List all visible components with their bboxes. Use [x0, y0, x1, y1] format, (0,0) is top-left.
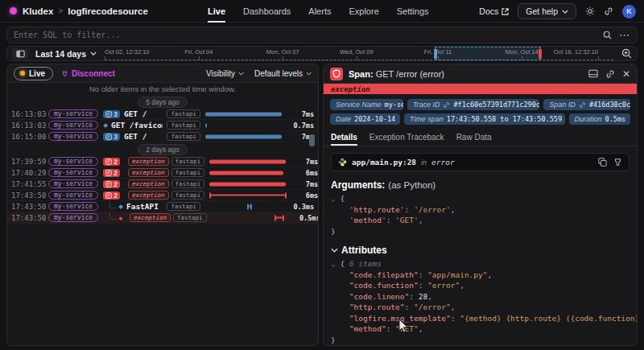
trace-row[interactable]: 17:43:50my-service2GET /errorexceptionfa…: [7, 190, 318, 201]
detail-tabs: DetailsException TracebackRaw Data: [324, 130, 637, 146]
detail-tab-details[interactable]: Details: [331, 130, 357, 146]
sql-filter-input[interactable]: [14, 31, 603, 39]
nav-tab-dashboards[interactable]: Dashboards: [243, 0, 291, 23]
service-pill[interactable]: my-service: [48, 202, 98, 211]
meta-pill-service-name[interactable]: Service Namemy-service: [330, 99, 403, 110]
time-divider-pill[interactable]: 2 days ago: [138, 144, 188, 155]
magnifier-plus-icon: [621, 48, 632, 59]
detail-tab-exception-traceback[interactable]: Exception Traceback: [369, 130, 444, 146]
trace-row[interactable]: 17:43:50my-service◆FastAPI argumentsfast…: [7, 201, 318, 212]
span-count-badge[interactable]: 3: [103, 110, 120, 118]
nav-tab-live[interactable]: Live: [208, 0, 225, 23]
share-link-button[interactable]: [604, 6, 613, 16]
zoom-in-button[interactable]: [621, 48, 632, 59]
nav-tab-alerts[interactable]: Alerts: [308, 0, 331, 23]
trace-rows: No older items in the selected time wind…: [7, 83, 318, 345]
time-divider-pill[interactable]: 5 days ago: [138, 97, 188, 108]
span-count-badge[interactable]: 2: [103, 191, 120, 200]
theme-toggle-button[interactable]: [585, 6, 595, 16]
attributes-heading[interactable]: Attributes: [331, 245, 630, 256]
timeline-tick-mark: [598, 56, 599, 60]
span-label: FastAPI arguments: [126, 202, 163, 211]
detail-content: app/main.py:28 in error Arguments: (as P…: [324, 146, 637, 345]
span-count-badge[interactable]: 2: [103, 169, 120, 177]
timeline-tick-mark: [522, 56, 522, 60]
close-icon[interactable]: ✕: [622, 70, 630, 78]
nav-right-group: Docs Get help K: [479, 0, 636, 23]
trace-list-header: Live Disconnect Visibility Default level…: [7, 64, 318, 83]
trace-row[interactable]: 17:43:50my-service●GET /error (error)exc…: [7, 212, 318, 224]
service-pill[interactable]: my-service: [48, 179, 98, 188]
tag-exception: exception: [128, 157, 169, 166]
copy-icon[interactable]: [598, 158, 607, 167]
meta-pill-date[interactable]: Date2024-10-14: [330, 113, 400, 125]
copy-link-icon[interactable]: [605, 69, 615, 79]
timeline-track[interactable]: Oct 02, 12:32:10Fri, Oct 04Mon, Oct 07We…: [105, 47, 613, 60]
trace-row[interactable]: 16:15:00my-service3GET /fastapi7ms: [7, 131, 318, 142]
meta-label: Span ID: [549, 101, 576, 109]
tag-exception: exception: [128, 168, 169, 177]
tag-fastapi: fastapi: [167, 202, 200, 211]
dock-panel-icon[interactable]: [588, 69, 598, 78]
service-pill[interactable]: my-service: [48, 157, 98, 166]
tree-connector: [109, 212, 117, 220]
panel-resize-handle[interactable]: [309, 134, 315, 146]
breadcrumb-project[interactable]: logfirecodesource: [68, 6, 148, 16]
tag-fastapi: fastapi: [171, 191, 205, 200]
timeline-bar: Last 14 days Oct 02, 12:32:10Fri, Oct 04…: [6, 46, 638, 61]
duration-bar: [209, 192, 287, 198]
chevron-down-icon: [90, 51, 97, 56]
trace-row[interactable]: 16:13:03my-service◆GET /favicon.icofasta…: [7, 120, 318, 131]
service-pill[interactable]: my-service: [48, 109, 98, 118]
tag-exception: exception: [128, 191, 169, 200]
meta-pill-duration[interactable]: Duration0.5ms: [569, 113, 630, 125]
arguments-code[interactable]: ⌄ { 'http.route': '/error', 'method': 'G…: [331, 193, 630, 237]
trace-timestamp: 17:39:59: [11, 158, 48, 166]
tag-exception: exception: [130, 213, 171, 222]
more-options-icon[interactable]: ⋯: [619, 31, 630, 39]
duration-bar-zone: [204, 203, 285, 211]
meta-pill-time-span[interactable]: Time span17:43:50.558 to 17:43:50.559: [404, 113, 565, 125]
span-tags: exceptionfastapi: [128, 168, 204, 177]
disconnect-button[interactable]: Disconnect: [61, 69, 115, 78]
meta-pill-span-id[interactable]: Span ID#416d30c0ccd46cd0: [543, 99, 630, 110]
service-pill[interactable]: my-service: [48, 213, 98, 222]
live-toggle-button[interactable]: Live: [14, 67, 53, 80]
time-range-label: Last 14 days: [35, 49, 86, 59]
tag-exception: exception: [128, 179, 169, 188]
chevron-down-icon: [306, 72, 312, 76]
link-icon: [579, 101, 586, 109]
code-file-path: app/main.py:28: [352, 158, 416, 167]
levels-dropdown[interactable]: Default levels: [254, 69, 312, 78]
trace-row[interactable]: 17:41:55my-service2GET /errorexceptionfa…: [7, 179, 318, 190]
sidebar-toggle-button[interactable]: [12, 48, 28, 60]
span-count-badge[interactable]: 2: [103, 158, 120, 166]
user-avatar[interactable]: K: [622, 5, 636, 19]
trace-row[interactable]: 17:40:29my-service2GET /errorexceptionfa…: [7, 167, 318, 179]
code-location-box[interactable]: app/main.py:28 in error: [331, 153, 630, 171]
span-count-badge[interactable]: 3: [103, 133, 120, 141]
trace-row[interactable]: 17:39:59my-service2GET /errorexceptionfa…: [7, 156, 318, 167]
nav-tab-settings[interactable]: Settings: [397, 0, 429, 23]
time-range-dropdown[interactable]: Last 14 days: [35, 49, 97, 59]
nav-tab-explore[interactable]: Explore: [349, 0, 378, 23]
detail-tab-raw-data[interactable]: Raw Data: [456, 130, 492, 146]
service-pill[interactable]: my-service: [48, 121, 98, 130]
span-count-badge[interactable]: 2: [103, 180, 120, 188]
code-branch-icon[interactable]: [613, 158, 622, 167]
code-line: "http.route": "/error",: [331, 302, 630, 313]
selection-end-handle[interactable]: [539, 48, 542, 59]
search-icon[interactable]: [603, 31, 612, 39]
visibility-dropdown[interactable]: Visibility: [206, 69, 244, 78]
service-pill[interactable]: my-service: [48, 132, 98, 141]
breadcrumb-org[interactable]: Kludex: [23, 6, 53, 16]
timeline-tick-label: Fri, Oct 04: [184, 48, 213, 56]
get-help-button[interactable]: Get help: [518, 3, 576, 19]
service-pill[interactable]: my-service: [48, 168, 98, 177]
service-pill[interactable]: my-service: [48, 191, 98, 200]
docs-link[interactable]: Docs: [479, 6, 509, 16]
duration-bar: [275, 215, 284, 220]
trace-row[interactable]: 16:13:03my-service3GET /fastapi7ms: [7, 109, 318, 120]
attributes-code[interactable]: ⌄ { 6 items "code.filepath": "app/main.p…: [331, 258, 630, 345]
meta-pill-trace-id[interactable]: Trace ID#f1c60e57391d771c290c0b22cd4ef09…: [407, 99, 540, 110]
